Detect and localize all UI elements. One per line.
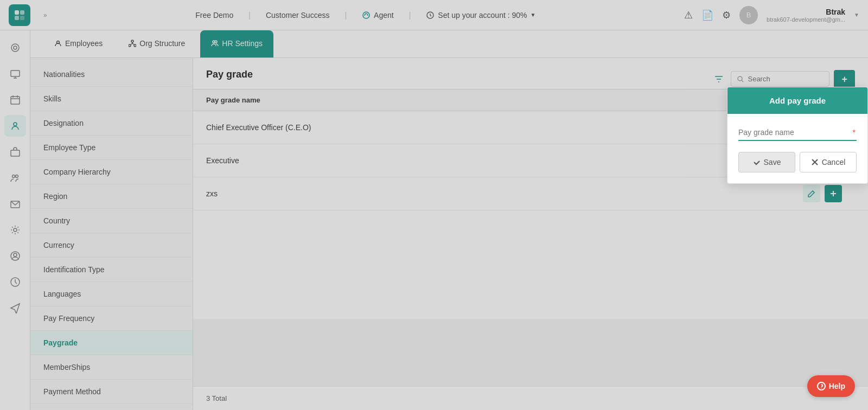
svg-rect-2	[15, 16, 19, 20]
svg-point-22	[134, 44, 136, 47]
user-email: btrak607-development@gm...	[767, 16, 845, 23]
user-name: Btrak	[826, 8, 845, 16]
svg-point-15	[14, 228, 17, 232]
sidebar-item-tv[interactable]	[4, 63, 26, 85]
nav-free-demo[interactable]: Free Demo	[195, 11, 233, 20]
paygrade-title: Pay grade	[206, 69, 253, 89]
popup-cancel-label: Cancel	[822, 158, 846, 166]
sidebar-item-user-circle[interactable]	[4, 245, 26, 267]
popup-input-container: *	[738, 125, 857, 141]
table-footer: 3 Total	[193, 386, 868, 410]
sidebar-item-briefcase[interactable]	[4, 141, 26, 163]
sidebar-item-calendar[interactable]	[4, 89, 26, 111]
search-container	[731, 71, 829, 87]
user-dropdown-icon[interactable]: ▼	[854, 12, 859, 18]
svg-rect-9	[11, 97, 20, 104]
popup-save-button[interactable]: Save	[738, 152, 795, 172]
row-name-zxs: zxs	[206, 189, 790, 198]
add-paygrade-button[interactable]: +	[834, 70, 855, 88]
nav-setup[interactable]: Set up your account : 90% ▼	[426, 11, 535, 20]
alert-icon[interactable]: ⚠	[684, 9, 693, 21]
topbar-nav: Free Demo | Customer Success | Agent | S…	[60, 11, 671, 20]
menu-item-designation[interactable]: Designation	[30, 111, 193, 136]
popup-cancel-button[interactable]: Cancel	[800, 152, 857, 172]
menu-item-currency[interactable]: Currency	[30, 233, 193, 258]
add-paygrade-popup: Add pay grade * Save Cancel	[727, 87, 868, 184]
svg-rect-11	[11, 150, 20, 156]
sidebar-item-clock[interactable]	[4, 271, 26, 293]
required-marker: *	[853, 128, 856, 137]
svg-point-6	[11, 44, 19, 52]
app-logo[interactable]	[9, 4, 30, 26]
help-label: Help	[829, 382, 845, 390]
add-button-zxs[interactable]	[825, 185, 842, 202]
svg-point-10	[14, 123, 17, 126]
edit-button-zxs[interactable]	[803, 185, 820, 202]
topbar: » Free Demo | Customer Success | Agent |…	[0, 0, 868, 30]
sidebar-item-send[interactable]	[4, 297, 26, 319]
svg-point-7	[14, 46, 17, 49]
left-menu: Nationalities Skills Designation Employe…	[30, 58, 193, 410]
menu-item-languages[interactable]: Languages	[30, 282, 193, 306]
row-name-ceo: Chief Executive Officer (C.E.O)	[206, 123, 790, 132]
search-input[interactable]	[748, 75, 824, 83]
help-button[interactable]: Help	[807, 375, 855, 397]
paygrade-header: Pay grade +	[193, 58, 868, 89]
expand-nav-icon[interactable]: »	[43, 11, 47, 19]
menu-item-region[interactable]: Region	[30, 184, 193, 209]
svg-rect-1	[20, 10, 24, 15]
nav-separator-3: |	[409, 11, 411, 20]
menu-item-identification-type[interactable]: Identification Type	[30, 258, 193, 282]
document-icon[interactable]: 📄	[701, 9, 713, 21]
svg-point-13	[15, 175, 18, 178]
tab-org-structure-label: Org Structure	[139, 39, 185, 48]
popup-header: Add pay grade	[727, 87, 867, 114]
menu-item-skills[interactable]: Skills	[30, 87, 193, 111]
pay-grade-name-input[interactable]	[738, 125, 857, 141]
total-count: 3 Total	[206, 394, 227, 402]
sidebar-item-dashboard[interactable]	[4, 37, 26, 59]
menu-item-memberships[interactable]: MemberShips	[30, 355, 193, 380]
tab-hr-settings-label: HR Settings	[222, 39, 263, 48]
svg-point-21	[129, 44, 131, 47]
menu-item-nationalities[interactable]: Nationalities	[30, 62, 193, 87]
menu-item-country[interactable]: Country	[30, 209, 193, 233]
svg-point-12	[12, 175, 15, 178]
paygrade-header-actions: +	[713, 70, 855, 88]
sub-nav: Employees Org Structure HR Settings	[30, 30, 868, 58]
svg-point-17	[14, 253, 17, 257]
nav-agent[interactable]: Agent	[362, 11, 394, 20]
svg-point-25	[738, 76, 742, 81]
filter-icon-container[interactable]	[713, 74, 724, 85]
row-actions-zxs	[790, 185, 855, 202]
user-info: Btrak btrak607-development@gm...	[767, 8, 845, 23]
gear-icon[interactable]: ⚙	[722, 9, 731, 21]
nav-customer-success[interactable]: Customer Success	[266, 11, 329, 20]
tab-hr-settings[interactable]: HR Settings	[200, 30, 273, 57]
setup-dropdown-icon[interactable]: ▼	[531, 12, 536, 18]
popup-actions: Save Cancel	[738, 152, 857, 172]
tab-employees-label: Employees	[65, 39, 103, 48]
row-name-executive: Executive	[206, 156, 790, 165]
tab-employees[interactable]: Employees	[43, 30, 113, 57]
sidebar-item-settings[interactable]	[4, 219, 26, 241]
svg-point-4	[363, 12, 369, 18]
sidebar-item-person[interactable]	[4, 115, 26, 137]
svg-rect-3	[20, 16, 24, 20]
menu-item-reporting-methods[interactable]: Reporting Methods	[30, 404, 193, 410]
tab-org-structure[interactable]: Org Structure	[118, 30, 196, 57]
menu-item-company-hierarchy[interactable]: Company Hierarchy	[30, 160, 193, 184]
sidebar-item-group[interactable]	[4, 167, 26, 189]
nav-agent-label: Agent	[374, 11, 394, 20]
menu-item-payment-method[interactable]: Payment Method	[30, 380, 193, 404]
popup-body: * Save Cancel	[727, 114, 867, 183]
icon-sidebar	[0, 30, 30, 410]
sidebar-item-mail[interactable]	[4, 193, 26, 215]
svg-rect-0	[15, 10, 19, 15]
menu-item-pay-frequency[interactable]: Pay Frequency	[30, 306, 193, 331]
nav-separator-1: |	[248, 11, 251, 20]
menu-item-paygrade[interactable]: Paygrade	[30, 331, 193, 355]
user-avatar[interactable]: B	[739, 6, 758, 24]
menu-item-employee-type[interactable]: Employee Type	[30, 136, 193, 160]
popup-save-label: Save	[764, 158, 781, 166]
